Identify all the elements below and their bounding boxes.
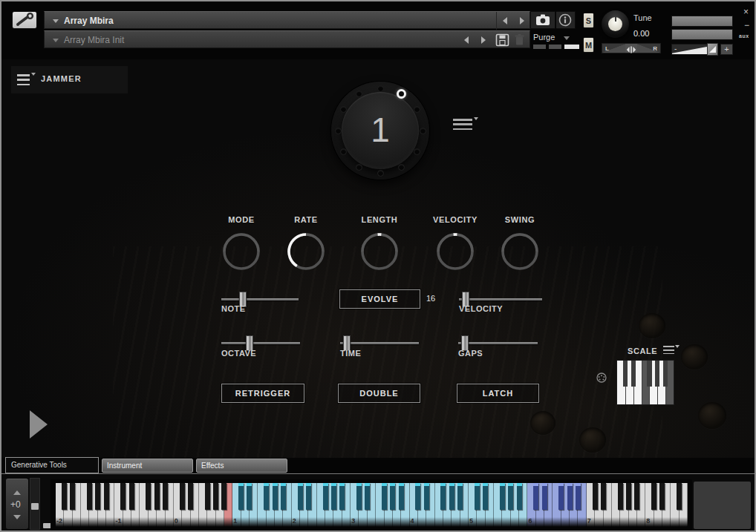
- patch-title-bar[interactable]: Array Mbira Init: [44, 30, 530, 48]
- snapshot-camera-button[interactable]: [530, 11, 555, 29]
- piano-key-black[interactable]: [475, 483, 480, 510]
- scale-key-black[interactable]: [663, 361, 668, 387]
- piano-key-black[interactable]: [323, 483, 328, 510]
- solo-button[interactable]: S: [583, 13, 594, 28]
- selector-dot[interactable]: [335, 128, 342, 134]
- latch-button[interactable]: LATCH: [457, 384, 539, 403]
- piano-key-black[interactable]: [95, 483, 100, 510]
- piano-key-black[interactable]: [424, 483, 429, 510]
- piano-key-black[interactable]: [163, 483, 168, 510]
- pattern-menu-caret-icon[interactable]: [474, 117, 478, 120]
- transpose-up-icon[interactable]: [13, 490, 21, 495]
- jammer-menu-icon[interactable]: [17, 74, 30, 85]
- piano-key-black[interactable]: [264, 483, 269, 510]
- piano-key-black[interactable]: [601, 483, 606, 510]
- piano-key-black[interactable]: [356, 483, 362, 510]
- next-instrument-icon[interactable]: [520, 17, 524, 24]
- tune-value[interactable]: 0.00: [633, 29, 649, 38]
- piano-key-black[interactable]: [331, 483, 336, 510]
- piano-key-black[interactable]: [87, 483, 92, 510]
- knob-rate[interactable]: [287, 232, 325, 271]
- piano-key-black[interactable]: [70, 483, 75, 510]
- knob-length[interactable]: [360, 232, 399, 271]
- patch-dropdown-caret-icon[interactable]: [53, 39, 59, 42]
- prev-patch-icon[interactable]: [464, 36, 469, 44]
- tab-generative-tools[interactable]: Generative Tools: [5, 457, 99, 473]
- scale-key-black[interactable]: [623, 361, 628, 387]
- piano-key-black[interactable]: [146, 483, 151, 510]
- mute-button[interactable]: M: [583, 37, 594, 53]
- piano-key-black[interactable]: [651, 483, 656, 510]
- selector-dot[interactable]: [414, 106, 420, 113]
- piano-key-black[interactable]: [440, 483, 446, 510]
- save-icon[interactable]: [495, 33, 509, 47]
- piano-key-black[interactable]: [339, 483, 345, 510]
- purge-dropdown[interactable]: Purge: [533, 33, 555, 42]
- piano-key-black[interactable]: [180, 483, 185, 510]
- piano-key-black[interactable]: [508, 483, 513, 510]
- piano-key-black[interactable]: [626, 483, 631, 510]
- scale-keyboard[interactable]: [617, 361, 674, 404]
- piano-key-black[interactable]: [457, 483, 463, 510]
- piano-key-black[interactable]: [542, 483, 547, 510]
- scale-menu-icon[interactable]: [663, 346, 674, 354]
- play-icon[interactable]: [30, 410, 48, 439]
- pattern-selector-knob-face[interactable]: 1: [342, 92, 419, 169]
- slider-track-time[interactable]: [340, 342, 419, 344]
- minimize-icon[interactable]: −: [744, 20, 749, 30]
- piano-key-black[interactable]: [390, 483, 395, 510]
- instrument-title-bar[interactable]: Array Mbira: [44, 11, 530, 29]
- pan-slider[interactable]: L R: [602, 43, 661, 53]
- scale-key-black[interactable]: [631, 361, 636, 387]
- piano-keyboard[interactable]: -2-1012345678: [56, 483, 688, 527]
- selector-dot-active[interactable]: [397, 89, 406, 99]
- piano-key-black[interactable]: [238, 483, 244, 510]
- piano-key-black[interactable]: [500, 483, 505, 510]
- info-button[interactable]: [556, 11, 576, 29]
- instrument-dropdown-caret-icon[interactable]: [53, 19, 59, 23]
- transpose-down-icon[interactable]: [13, 515, 21, 519]
- slider-track-note[interactable]: [221, 298, 299, 301]
- piano-key-black[interactable]: [558, 483, 564, 510]
- scale-menu-caret-icon[interactable]: [675, 345, 680, 348]
- keyboard-scrollbar[interactable]: [30, 478, 40, 530]
- piano-key-black[interactable]: [221, 483, 227, 510]
- volume-handle[interactable]: [707, 43, 718, 56]
- aux-label[interactable]: aux: [739, 33, 749, 39]
- scale-key-black[interactable]: [655, 361, 659, 387]
- piano-key-black[interactable]: [62, 483, 67, 510]
- jammer-page-tab[interactable]: JAMMER: [11, 66, 128, 93]
- knob-velocity[interactable]: [436, 232, 475, 271]
- wrench-edit-button[interactable]: [12, 11, 37, 29]
- slider-track-gaps[interactable]: [458, 342, 538, 344]
- slider-track-velocity[interactable]: [459, 298, 542, 301]
- piano-key-black[interactable]: [449, 483, 454, 510]
- piano-key-black[interactable]: [659, 483, 665, 510]
- piano-key-black[interactable]: [306, 483, 311, 510]
- pan-center-handle[interactable]: [625, 44, 637, 53]
- piano-key-black[interactable]: [382, 483, 387, 510]
- tab-instrument[interactable]: Instrument: [102, 459, 193, 473]
- selector-dot[interactable]: [420, 128, 426, 134]
- piano-key-black[interactable]: [634, 483, 639, 510]
- piano-key-black[interactable]: [154, 483, 160, 510]
- selector-dot[interactable]: [414, 148, 420, 155]
- piano-key-black[interactable]: [120, 483, 126, 510]
- double-button[interactable]: DOUBLE: [338, 384, 420, 403]
- close-icon[interactable]: ×: [743, 7, 749, 17]
- piano-key-black[interactable]: [567, 483, 573, 510]
- piano-key-black[interactable]: [365, 483, 370, 510]
- piano-key-black[interactable]: [517, 483, 522, 510]
- purge-caret-icon[interactable]: [564, 36, 570, 40]
- volume-slider[interactable]: -: [671, 44, 708, 55]
- selector-dot[interactable]: [398, 164, 405, 171]
- volume-increase-button[interactable]: +: [720, 44, 733, 55]
- piano-key-black[interactable]: [483, 483, 488, 510]
- prev-instrument-icon[interactable]: [503, 17, 507, 24]
- piano-key-black[interactable]: [576, 483, 581, 510]
- transpose-control[interactable]: +0: [6, 479, 28, 529]
- piano-key-black[interactable]: [298, 483, 303, 510]
- tune-knob[interactable]: [602, 10, 629, 38]
- volume-decrease-label[interactable]: -: [674, 45, 677, 53]
- piano-key-black[interactable]: [273, 483, 278, 510]
